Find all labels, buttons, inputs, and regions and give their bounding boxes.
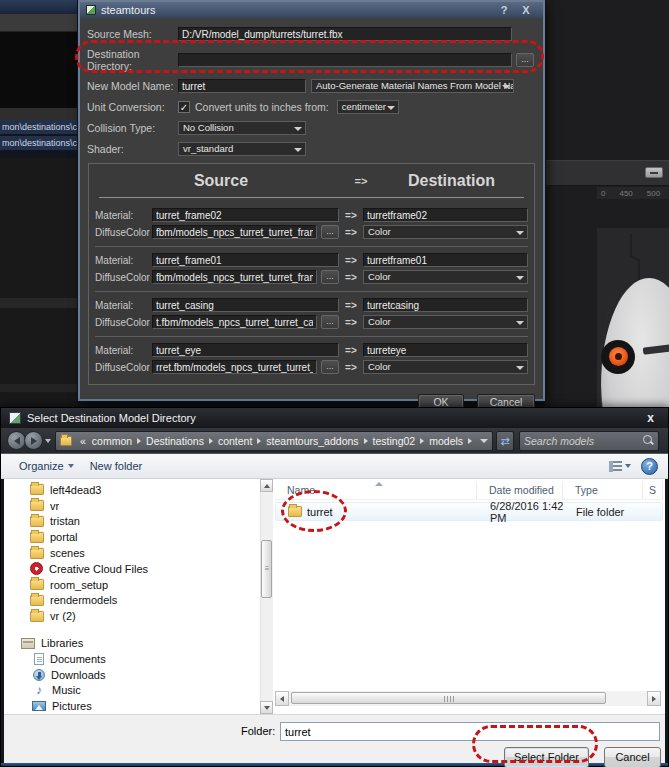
close-button[interactable]: X — [515, 4, 537, 16]
breadcrumb-item-destinations[interactable]: Destinations — [143, 435, 207, 447]
breadcrumb-item-models[interactable]: models — [426, 435, 466, 447]
background-panel — [0, 108, 78, 120]
close-button[interactable]: x — [641, 411, 660, 425]
folder-icon — [30, 611, 44, 622]
tree-item-music[interactable]: ♪Music — [4, 683, 260, 699]
column-header-size[interactable]: S — [643, 482, 663, 499]
recent-pages-dropdown-icon[interactable] — [45, 439, 51, 443]
breadcrumb-item-steamtours-addons[interactable]: steamtours_addons — [263, 435, 361, 447]
diffuse-dest-dropdown[interactable]: Color — [363, 315, 528, 329]
scrollbar-track[interactable] — [289, 691, 647, 706]
material-dest-input[interactable] — [363, 253, 528, 267]
tree-item-creative-cloud-files[interactable]: Creative Cloud Files — [4, 561, 260, 577]
dropdown-arrow-icon — [502, 85, 510, 89]
help-button[interactable]: ? — [641, 458, 658, 475]
chevron-right-icon — [364, 438, 368, 444]
shader-dropdown[interactable]: vr_standard — [178, 142, 306, 156]
material-name-mode-dropdown[interactable]: Auto-Generate Material Names From Model … — [311, 79, 514, 93]
diffuse-dest-dropdown[interactable]: Color — [363, 225, 528, 239]
organize-menu[interactable]: Organize — [11, 460, 82, 472]
scroll-right-button[interactable] — [647, 691, 661, 706]
material-dest-input[interactable] — [363, 208, 528, 222]
material-source-input[interactable] — [152, 298, 339, 312]
material-source-input[interactable] — [152, 208, 339, 222]
dropdown-arrow-icon — [294, 127, 302, 131]
material-dest-input[interactable] — [363, 298, 528, 312]
help-button[interactable]: ? — [493, 4, 515, 16]
diffuse-source-input[interactable] — [152, 270, 317, 284]
tree-item-rendermodels[interactable]: rendermodels — [4, 593, 260, 609]
scroll-down-button[interactable] — [260, 701, 273, 714]
breadcrumb[interactable]: « common Destinations content steamtours… — [55, 431, 493, 451]
browse-texture-button[interactable]: ... — [321, 360, 339, 374]
downloads-icon — [33, 669, 45, 681]
new-folder-button[interactable]: New folder — [82, 460, 151, 472]
browse-texture-button[interactable]: ... — [321, 315, 339, 329]
diffuse-source-input[interactable] — [152, 315, 317, 329]
browse-texture-button[interactable]: ... — [321, 270, 339, 284]
music-icon: ♪ — [32, 685, 46, 696]
source-mesh-input[interactable] — [178, 27, 512, 41]
import-dialog: steamtours ? X Source Mesh: Destination … — [78, 0, 545, 401]
breadcrumb-item-testing02[interactable]: testing02 — [370, 435, 419, 447]
material-label: Material: — [95, 345, 152, 356]
window-titlebar[interactable]: Select Destination Model Directory x — [1, 408, 668, 428]
dropdown-arrow-icon — [516, 366, 524, 370]
column-header-date-modified[interactable]: Date modified — [477, 482, 563, 499]
tree-scrollbar[interactable]: ≡ — [260, 479, 273, 714]
tree-item-left4dead3[interactable]: left4dead3 — [4, 482, 260, 498]
change-view-button[interactable] — [609, 461, 631, 472]
tree-item-portal[interactable]: portal — [4, 529, 260, 545]
material-dest-input[interactable] — [363, 343, 528, 357]
destination-directory-input[interactable] — [178, 53, 512, 67]
dialog-titlebar[interactable]: steamtours ? X — [80, 2, 543, 18]
folder-icon — [288, 506, 302, 517]
column-header-type[interactable]: Type — [563, 482, 643, 499]
search-input[interactable] — [524, 435, 643, 447]
tree-item-libraries[interactable]: Libraries — [4, 635, 260, 651]
horizontal-scrollbar[interactable] — [275, 691, 661, 706]
window-icon — [9, 412, 21, 424]
collision-type-dropdown[interactable]: No Collision — [178, 121, 306, 135]
diffuse-dest-dropdown[interactable]: Color — [363, 270, 528, 284]
file-row-turret[interactable]: turret 6/28/2016 1:42 PM File folder — [275, 502, 663, 521]
source-header: Source — [95, 172, 347, 190]
chevron-right-icon — [137, 438, 141, 444]
background-mini-button[interactable] — [645, 167, 663, 178]
new-model-name-input[interactable] — [178, 79, 306, 93]
tree-item-documents[interactable]: Documents — [4, 651, 260, 667]
tree-item-vr[interactable]: vr — [4, 498, 260, 514]
refresh-button[interactable]: ⇄ — [496, 431, 514, 451]
breadcrumb-item-common[interactable]: common — [89, 435, 135, 447]
search-box[interactable] — [519, 431, 659, 451]
material-source-input[interactable] — [152, 253, 339, 267]
material-source-input[interactable] — [152, 343, 339, 357]
scroll-up-button[interactable] — [260, 479, 273, 492]
viewport-turret-render — [597, 228, 669, 407]
cancel-button[interactable]: Cancel — [604, 747, 661, 767]
browse-destination-button[interactable]: ... — [516, 53, 534, 67]
diffuse-dest-dropdown[interactable]: Color — [363, 360, 528, 374]
tree-item-room-setup[interactable]: room_setup — [4, 577, 260, 593]
tree-item-downloads[interactable]: Downloads — [4, 667, 260, 683]
breadcrumb-item-content[interactable]: content — [215, 435, 255, 447]
convert-units-checkbox[interactable]: ✓ — [178, 101, 190, 113]
folder-icon — [60, 436, 72, 446]
forward-button[interactable] — [24, 431, 43, 450]
tree-item-scenes[interactable]: scenes — [4, 545, 260, 561]
scrollbar-thumb[interactable]: ≡ — [261, 540, 272, 598]
browse-texture-button[interactable]: ... — [321, 225, 339, 239]
diffuse-source-input[interactable] — [152, 225, 317, 239]
scrollbar-thumb[interactable] — [291, 692, 606, 704]
scroll-left-button[interactable] — [275, 691, 289, 706]
tree-item-pictures[interactable]: Pictures — [4, 698, 260, 714]
tree-item-vr-2[interactable]: vr (2) — [4, 608, 260, 624]
unit-dropdown[interactable]: centimeter — [337, 100, 399, 114]
select-folder-button[interactable]: Select Folder — [504, 747, 589, 767]
address-dropdown-icon[interactable] — [480, 439, 488, 443]
column-header-name[interactable]: Name — [275, 482, 477, 499]
arrow-label: => — [347, 175, 375, 187]
tree-item-tristan[interactable]: tristan — [4, 514, 260, 530]
diffuse-source-input[interactable] — [152, 360, 317, 374]
folder-name-input[interactable] — [280, 722, 660, 741]
